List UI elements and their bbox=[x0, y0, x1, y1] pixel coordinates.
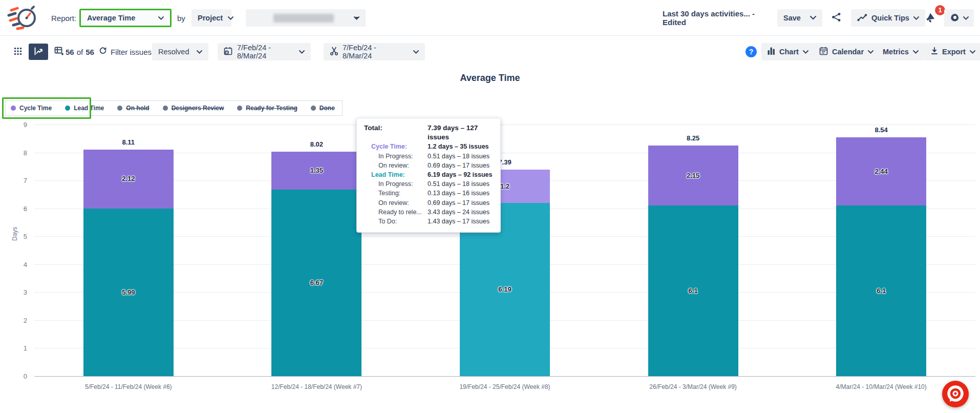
tooltip-row-label: In Progress: bbox=[364, 179, 428, 189]
line-chart-icon bbox=[34, 47, 43, 57]
tooltip-row-value: 1.43 days – 17 issues bbox=[428, 217, 493, 226]
x-axis-category-label: 12/Feb/24 - 18/Feb/24 (Week #7) bbox=[235, 383, 398, 390]
cycle-time-value-label: 1.35 bbox=[271, 167, 361, 174]
tooltip-row-label: Cycle Time: bbox=[364, 142, 428, 151]
stacked-bar[interactable]: 6.671.358.02 bbox=[271, 152, 361, 376]
help-button[interactable]: ? bbox=[745, 46, 757, 57]
x-axis-category-label: 5/Feb/24 - 11/Feb/24 (Week #6) bbox=[47, 383, 210, 390]
tooltip-row-value: 3.43 days – 24 issues bbox=[428, 208, 493, 217]
route-icon bbox=[857, 13, 867, 23]
chart-type-button[interactable]: Chart bbox=[761, 43, 815, 60]
chevron-down-icon bbox=[299, 50, 305, 54]
filter-status-select[interactable]: Resolved bbox=[152, 43, 208, 60]
tooltip-row-value: 7.39 days – 127 issues bbox=[428, 123, 493, 142]
chart-title: Average Time bbox=[0, 73, 980, 84]
tooltip-row-value: 1.2 days – 35 issues bbox=[428, 142, 493, 151]
legend-item-cycle-time[interactable]: Cycle Time bbox=[11, 105, 52, 112]
stacked-bar[interactable]: 6.12.158.25 bbox=[648, 146, 738, 376]
lead-time-value-label: 6.1 bbox=[836, 287, 926, 295]
project-select[interactable] bbox=[246, 9, 366, 27]
chart-button-label: Chart bbox=[779, 48, 799, 56]
share-button[interactable] bbox=[826, 9, 846, 27]
bar-total-label: 8.54 bbox=[836, 126, 926, 134]
legend-item-done[interactable]: Done bbox=[311, 105, 335, 112]
issues-shown-count: 56 bbox=[66, 48, 74, 56]
chart-view-button[interactable] bbox=[29, 44, 48, 60]
tooltip-row: In Progress:0.51 days – 18 issues bbox=[364, 179, 493, 189]
legend-item-on-hold[interactable]: On hold bbox=[117, 105, 149, 112]
x-axis-category-label: 4/Mar/24 - 10/Mar/24 (Week #10) bbox=[799, 383, 963, 390]
save-button[interactable]: Save bbox=[777, 9, 807, 27]
chevron-down-icon bbox=[228, 16, 233, 20]
resolved-date-range-select[interactable]: 7/Feb/24 - 8/Mar/24 bbox=[324, 43, 425, 60]
quick-tips-label: Quick Tips bbox=[871, 14, 909, 22]
tooltip-row-label: Testing: bbox=[364, 189, 428, 198]
download-icon bbox=[931, 47, 938, 56]
group-by-value: Project bbox=[198, 14, 223, 22]
lead-time-segment[interactable]: 5.99 bbox=[83, 209, 174, 376]
chart-legend: Cycle TimeLead TimeOn holdDesigners Revi… bbox=[5, 100, 343, 116]
save-options-button[interactable] bbox=[804, 9, 822, 27]
issues-of-label: of bbox=[77, 48, 83, 56]
tooltip-row-value: 0.51 days – 18 issues bbox=[428, 179, 493, 189]
legend-item-ready-for-testing[interactable]: Ready for Testing bbox=[237, 105, 297, 112]
by-label: by bbox=[177, 14, 185, 23]
y-axis-tick: 2 bbox=[12, 317, 27, 324]
legend-dot bbox=[237, 106, 242, 111]
y-axis-tick: 4 bbox=[12, 261, 27, 269]
quick-tips-button[interactable]: Quick Tips bbox=[851, 9, 925, 27]
calendar-button[interactable]: Calendar bbox=[813, 43, 880, 60]
scissors-icon bbox=[330, 47, 338, 57]
chevron-down-icon bbox=[913, 50, 919, 54]
tooltip-row: On review:0.69 days – 17 issues bbox=[364, 198, 493, 208]
app-header: Report: Average Time by Project Last 30 … bbox=[0, 0, 980, 36]
resolved-date-range-value: 7/Feb/24 - 8/Mar/24 bbox=[343, 44, 404, 60]
chevron-down-icon bbox=[913, 16, 919, 20]
grid-icon bbox=[14, 47, 22, 57]
metrics-button[interactable]: Metrics bbox=[877, 43, 925, 60]
lead-time-segment[interactable]: 6.1 bbox=[648, 205, 738, 376]
report-type-select[interactable]: Average Time bbox=[79, 9, 172, 27]
cycle-time-segment[interactable]: 2.15 bbox=[648, 146, 738, 205]
bar-chart-icon bbox=[768, 47, 775, 56]
y-axis-tick: 3 bbox=[12, 288, 27, 296]
y-axis-tick: 5 bbox=[12, 233, 27, 240]
export-button[interactable]: Export bbox=[925, 43, 980, 60]
created-date-range-select[interactable]: 7/Feb/24 - 8/Mar/24 bbox=[218, 43, 311, 60]
legend-dot bbox=[311, 106, 316, 111]
feedback-widget-button[interactable] bbox=[942, 381, 969, 407]
stacked-bar[interactable]: 5.992.128.11 bbox=[83, 150, 174, 376]
lead-time-segment[interactable]: 6.67 bbox=[271, 190, 361, 376]
tooltip-row-value: 0.51 days – 18 issues bbox=[428, 152, 493, 161]
tooltip-row: On review:0.69 days – 17 issues bbox=[364, 161, 493, 170]
cycle-time-value-label: 2.12 bbox=[83, 175, 174, 182]
gridline bbox=[34, 125, 975, 125]
grid-view-button[interactable] bbox=[8, 44, 28, 60]
legend-item-label: Cycle Time bbox=[19, 105, 52, 112]
stacked-bar[interactable]: 6.12.448.54 bbox=[836, 137, 926, 376]
legend-item-designers-review[interactable]: Designers Review bbox=[163, 105, 224, 112]
bar-total-label: 8.25 bbox=[648, 134, 738, 142]
x-axis-category-label: 19/Feb/24 - 25/Feb/24 (Week #8) bbox=[423, 383, 587, 390]
group-by-select[interactable]: Project bbox=[191, 9, 231, 27]
chevron-down-icon bbox=[810, 16, 816, 20]
settings-button[interactable] bbox=[944, 9, 974, 27]
chart-toolbar: 56 of 56 Filter issues: Resolved bbox=[0, 36, 980, 67]
legend-dot bbox=[117, 106, 122, 111]
lead-time-segment[interactable]: 6.1 bbox=[836, 205, 926, 376]
cycle-time-segment[interactable]: 2.44 bbox=[836, 137, 926, 205]
cycle-time-segment[interactable]: 2.12 bbox=[83, 150, 174, 209]
notifications-button[interactable]: 1 bbox=[921, 9, 940, 27]
cycle-time-value-label: 2.15 bbox=[648, 172, 738, 179]
calendar-icon bbox=[819, 47, 828, 57]
refresh-icon[interactable] bbox=[99, 47, 107, 57]
megaphone-icon bbox=[924, 11, 936, 25]
legend-item-lead-time[interactable]: Lead Time bbox=[65, 105, 104, 112]
legend-dot bbox=[11, 106, 16, 111]
tooltip-row-label: Ready to rele... bbox=[364, 208, 428, 217]
saved-report-name: Last 30 days activities... - Edited bbox=[663, 9, 768, 27]
cycle-time-value-label: 2.44 bbox=[836, 168, 926, 175]
tooltip-row-label: On review: bbox=[364, 161, 428, 170]
chart-plot-area: 01234567895.992.128.115/Feb/24 - 11/Feb/… bbox=[34, 125, 975, 376]
cycle-time-segment[interactable]: 1.35 bbox=[271, 152, 361, 190]
